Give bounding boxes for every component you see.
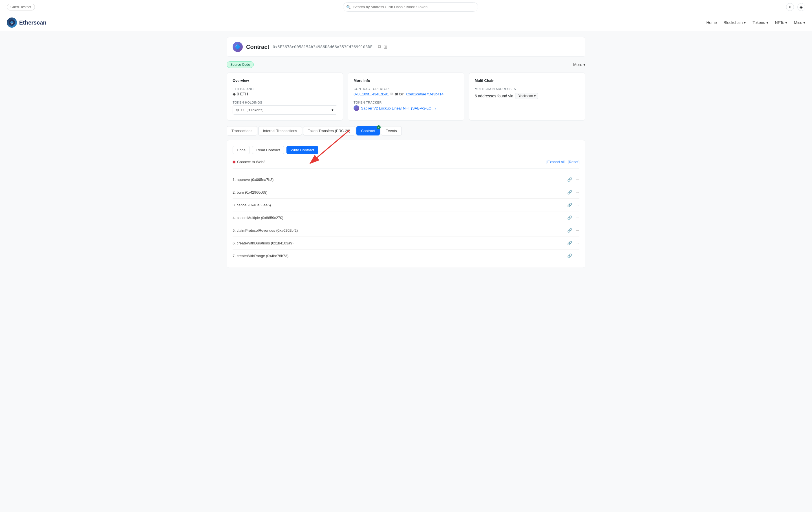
nav-home[interactable]: Home: [706, 20, 717, 25]
token-tracker-row: S Sablier V2 Lockup Linear NFT (SAB-V2-L…: [353, 105, 458, 111]
link-icon[interactable]: 🔗: [567, 177, 572, 182]
function-actions: 🔗 →: [567, 177, 579, 182]
more-button[interactable]: More ▾: [573, 62, 585, 67]
eth-diamond-icon: ◆: [233, 92, 236, 96]
contract-header: 🔷 Contract 0x6E3678c005815Ab34986D8d66A3…: [227, 37, 585, 57]
expand-links: [Expand all] [Reset]: [546, 160, 579, 164]
function-actions: 🔗 →: [567, 215, 579, 220]
token-tracker-label: TOKEN TRACKER: [353, 101, 458, 104]
arrow-right-icon[interactable]: →: [576, 190, 579, 194]
logo[interactable]: Etherscan: [7, 18, 47, 28]
connect-label: Connect to Web3: [237, 160, 265, 164]
arrow-right-icon[interactable]: →: [576, 215, 579, 220]
multichain-label: MULTICHAIN ADDRESSES: [475, 87, 579, 90]
chevron-down-icon: ▾: [803, 20, 805, 25]
function-item: 2. burn (0x42966c68) 🔗 →: [233, 186, 579, 199]
function-item: 3. cancel (0x40e58ee5) 🔗 →: [233, 199, 579, 211]
chevron-down-icon: ▾: [331, 108, 334, 112]
multichain-value: 6 addresses found via Blockscan ▾: [475, 93, 579, 99]
header-nav: Etherscan Home Blockchain ▾ Tokens ▾ NFT…: [0, 14, 812, 31]
source-code-badge[interactable]: Source Code: [227, 61, 254, 68]
copy-creator-icon[interactable]: ⧉: [390, 92, 393, 96]
token-holdings-label: TOKEN HOLDINGS: [233, 101, 337, 104]
tab-contract[interactable]: Contract ✓: [356, 126, 380, 135]
copy-address-icon[interactable]: ⧉: [378, 44, 381, 50]
arrow-right-icon[interactable]: →: [576, 253, 579, 258]
link-icon[interactable]: 🔗: [567, 215, 572, 220]
top-bar-right: ☀ ◈: [786, 3, 805, 11]
function-name: 2. burn (0x42966c68): [233, 190, 267, 194]
contract-avatar: 🔷: [233, 42, 243, 52]
function-actions: 🔗 →: [567, 203, 579, 207]
theme-toggle[interactable]: ☀: [786, 3, 794, 11]
sub-tab-code[interactable]: Code: [233, 146, 250, 154]
function-item: 5. claimProtocolRevenues (0xa6202bf2) 🔗 …: [233, 224, 579, 237]
function-actions: 🔗 →: [567, 241, 579, 245]
verified-badge: ✓: [377, 125, 381, 129]
at-txn-text: at txn: [395, 92, 404, 96]
contract-title: Contract: [246, 44, 269, 50]
page-content: 🔷 Contract 0x6E3678c005815Ab34986D8d66A3…: [220, 31, 592, 273]
multi-chain-card: Multi Chain MULTICHAIN ADDRESSES 6 addre…: [469, 73, 585, 120]
top-bar: Goerli Testnet 🔍 ☀ ◈: [0, 0, 812, 14]
connect-bar: Connect to Web3 [Expand all] [Reset]: [233, 160, 579, 169]
function-name: 1. approve (0x095ea7b3): [233, 178, 273, 182]
sub-tabs: Code Read Contract Write Contract: [233, 146, 579, 154]
eth-balance-label: ETH BALANCE: [233, 87, 337, 90]
search-container: 🔍: [343, 2, 478, 11]
contract-icons: ⧉ ⊞: [378, 44, 387, 50]
overview-card: Overview ETH BALANCE ◆ 0 ETH TOKEN HOLDI…: [227, 73, 343, 120]
link-icon[interactable]: 🔗: [567, 203, 572, 207]
contract-section: Code Read Contract Write Contract Connec…: [227, 140, 585, 268]
nav-tokens[interactable]: Tokens ▾: [753, 20, 768, 25]
function-item: 1. approve (0x095ea7b3) 🔗 →: [233, 173, 579, 186]
link-icon[interactable]: 🔗: [567, 228, 572, 233]
arrow-right-icon[interactable]: →: [576, 228, 579, 233]
tab-internal-transactions[interactable]: Internal Transactions: [258, 126, 302, 135]
function-name: 6. createWithDurations (0x1b4103a9): [233, 241, 293, 245]
tab-events[interactable]: Events: [381, 126, 402, 135]
function-item: 6. createWithDurations (0x1b4103a9) 🔗 →: [233, 237, 579, 249]
search-icon: 🔍: [346, 5, 351, 9]
function-actions: 🔗 →: [567, 228, 579, 233]
expand-all-link[interactable]: [Expand all]: [546, 160, 566, 164]
tabs-and-section: Transactions Internal Transactions Token…: [227, 126, 585, 268]
chevron-down-icon: ▾: [766, 20, 768, 25]
contract-creator-label: CONTRACT CREATOR: [353, 87, 458, 90]
nav-blockchain[interactable]: Blockchain ▾: [723, 20, 746, 25]
nav-misc[interactable]: Misc ▾: [794, 20, 805, 25]
link-icon[interactable]: 🔗: [567, 190, 572, 194]
multi-chain-title: Multi Chain: [475, 78, 579, 83]
nav-nfts[interactable]: NFTs ▾: [775, 20, 787, 25]
main-nav: Home Blockchain ▾ Tokens ▾ NFTs ▾ Misc ▾: [706, 20, 805, 25]
creator-txn-link[interactable]: 0xe01ce0ae75fe3b414...: [406, 92, 446, 96]
connect-web3-button[interactable]: Connect to Web3: [233, 160, 265, 164]
info-cards: Overview ETH BALANCE ◆ 0 ETH TOKEN HOLDI…: [227, 73, 585, 120]
creator-address-link[interactable]: 0x0E109f...434Ed591: [353, 92, 389, 96]
function-name: 7. createWithRange (0x4bc78b73): [233, 254, 288, 258]
network-badge[interactable]: Goerli Testnet: [7, 4, 35, 10]
tabs-row: Transactions Internal Transactions Token…: [227, 126, 585, 135]
link-icon[interactable]: 🔗: [567, 253, 572, 258]
token-holdings-dropdown[interactable]: $0.00 (9 Tokens) ▾: [233, 105, 337, 115]
more-info-title: More Info: [353, 78, 458, 83]
function-list: 1. approve (0x095ea7b3) 🔗 → 2. burn (0x4…: [233, 173, 579, 262]
tab-transactions[interactable]: Transactions: [227, 126, 257, 135]
arrow-right-icon[interactable]: →: [576, 177, 579, 182]
sub-tab-write-contract[interactable]: Write Contract: [286, 146, 318, 154]
qr-code-icon[interactable]: ⊞: [383, 44, 387, 50]
chevron-down-icon: ▾: [744, 20, 746, 25]
arrow-right-icon[interactable]: →: [576, 203, 579, 207]
sub-tab-read-contract[interactable]: Read Contract: [252, 146, 284, 154]
link-icon[interactable]: 🔗: [567, 241, 572, 245]
blockscan-dropdown[interactable]: Blockscan ▾: [515, 93, 539, 99]
search-input[interactable]: [343, 2, 478, 11]
arrow-right-icon[interactable]: →: [576, 241, 579, 245]
chevron-down-icon: ▾: [534, 94, 536, 98]
tab-token-transfers[interactable]: Token Transfers (ERC-20): [303, 126, 355, 135]
token-tracker-link[interactable]: Sablier V2 Lockup Linear NFT (SAB-V2-LO.…: [361, 106, 436, 110]
chevron-down-icon: ▾: [785, 20, 787, 25]
reset-link[interactable]: [Reset]: [568, 160, 579, 164]
eth-icon[interactable]: ◈: [798, 3, 805, 11]
function-name: 5. claimProtocolRevenues (0xa6202bf2): [233, 228, 298, 233]
